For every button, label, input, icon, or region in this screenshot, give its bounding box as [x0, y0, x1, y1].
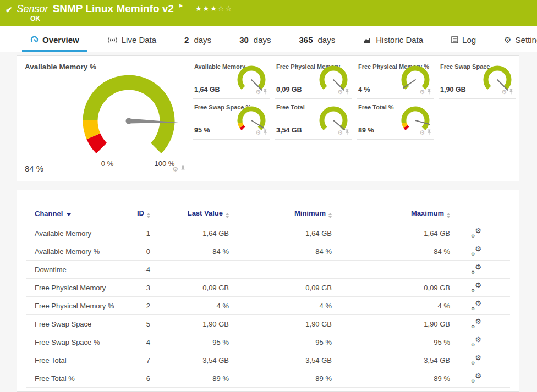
cell-min: 3,54 GB [229, 356, 332, 365]
column-header-maximum[interactable]: Maximum [332, 209, 450, 218]
cell-id: -4 [123, 266, 150, 274]
gauge-settings-gear-icon[interactable]: ⚙ [337, 89, 343, 95]
channel-settings-gears-icon[interactable]: ⚙⚙ [471, 265, 481, 274]
historic-data-icon [363, 36, 372, 43]
tile-actions: ⚙ [172, 164, 185, 174]
channel-settings-gears-icon[interactable]: ⚙⚙ [471, 301, 481, 311]
mini-gauges-grid: Available Memory1,64 GB⚙Free Physical Me… [193, 58, 516, 178]
channel-table-panel: ChannelIDLast ValueMinimumMaximum Availa… [17, 190, 519, 392]
tab-365-days[interactable]: 365days [291, 31, 344, 52]
flag-icon[interactable]: ⚑ [178, 3, 183, 9]
pin-icon[interactable] [427, 87, 431, 97]
tab-live-data[interactable]: Live Data [99, 31, 165, 52]
channel-settings-gears-icon[interactable]: ⚙⚙ [471, 374, 481, 383]
tile-actions: ⚙ [501, 87, 513, 97]
cell-max: 95 % [332, 338, 450, 346]
cell-last: 0,09 GB [150, 284, 229, 292]
tile-actions: ⚙ [255, 128, 267, 137]
tab-day-count: 2 [184, 35, 189, 45]
column-header-label: Last Value [188, 209, 223, 217]
channel-settings-gears-icon[interactable]: ⚙⚙ [471, 247, 481, 256]
gauge-settings-gear-icon[interactable]: ⚙ [419, 130, 425, 136]
page-title: SNMP Linux Meminfo v2 [53, 3, 174, 15]
pin-icon[interactable] [263, 128, 267, 137]
cell-max: 1,90 GB [332, 320, 450, 328]
cell-channel: Free Swap Space % [35, 338, 123, 346]
gauge-settings-gear-icon[interactable]: ⚙ [255, 130, 261, 136]
column-header-label: Minimum [294, 209, 326, 217]
priority-stars[interactable]: ★★★☆☆ [195, 4, 233, 13]
sort-toggle-icon [447, 213, 450, 218]
cell-min: 0,09 GB [229, 284, 332, 292]
table-row: Free Physical Memory %24 %4 %4 %⚙⚙ [26, 297, 510, 315]
sensor-title-line: ✔ Sensor SNMP Linux Meminfo v2 ⚑ ★★★☆☆ [6, 3, 233, 15]
mini-gauge-value: 4 % [358, 86, 370, 93]
tab-label: Overview [42, 35, 79, 45]
column-header-last-value[interactable]: Last Value [150, 209, 229, 218]
pin-icon[interactable] [180, 164, 185, 174]
cell-min: 1,90 GB [229, 320, 332, 328]
tab-log[interactable]: Log [443, 31, 484, 52]
mini-gauge-tile: Available Memory1,64 GB⚙ [193, 58, 270, 99]
cell-channel: Available Memory % [35, 247, 123, 256]
mini-gauge-tile: Free Swap Space1,90 GB⚙ [439, 58, 516, 99]
pin-icon[interactable] [345, 128, 349, 137]
tab-settings[interactable]: ⚙Settings [496, 31, 537, 52]
pin-icon[interactable] [263, 87, 267, 97]
row-actions: ⚙⚙ [450, 283, 510, 292]
tab-overview[interactable]: Overview [22, 31, 87, 52]
column-header-id[interactable]: ID [123, 209, 150, 218]
gauge-settings-gear-icon[interactable]: ⚙ [337, 130, 343, 136]
column-header-minimum[interactable]: Minimum [229, 209, 332, 218]
live-data-icon [107, 36, 118, 44]
tab-2-days[interactable]: 2days [176, 31, 220, 52]
channel-table-body: Available Memory11,64 GB1,64 GB1,64 GB⚙⚙… [26, 224, 510, 388]
channel-settings-gears-icon[interactable]: ⚙⚙ [471, 229, 481, 238]
stars-filled: ★★★ [195, 4, 218, 13]
tile-actions: ⚙ [337, 87, 349, 97]
gauge-settings-gear-icon[interactable]: ⚙ [501, 89, 507, 95]
pin-icon[interactable] [345, 87, 349, 97]
cell-max: 0,09 GB [332, 284, 450, 292]
primary-gauge-title: Available Memory % [25, 63, 96, 71]
channel-settings-gears-icon[interactable]: ⚙⚙ [471, 356, 481, 365]
cell-last: 1,90 GB [150, 320, 229, 328]
channel-table-header: ChannelIDLast ValueMinimumMaximum [26, 190, 510, 224]
cell-id: 4 [123, 338, 150, 346]
cell-last: 4 % [150, 302, 229, 310]
mini-gauge-tile: Free Swap Space %95 %⚙ [193, 99, 270, 140]
table-row: Free Total %689 %89 %89 %⚙⚙ [26, 369, 510, 388]
gauge-settings-gear-icon[interactable]: ⚙ [419, 89, 425, 95]
cell-channel: Free Total % [35, 374, 123, 383]
tab-30-days[interactable]: 30days [231, 31, 279, 52]
table-row: Free Swap Space51,90 GB1,90 GB1,90 GB⚙⚙ [26, 315, 510, 333]
row-actions: ⚙⚙ [450, 319, 510, 329]
cell-channel: Available Memory [35, 229, 123, 238]
mini-gauge-value: 95 % [194, 126, 210, 134]
cell-min: 89 % [229, 374, 332, 383]
cell-channel: Free Physical Memory % [35, 302, 123, 310]
pin-icon[interactable] [509, 87, 513, 97]
column-header-channel[interactable]: Channel [35, 209, 123, 218]
column-header-label: Channel [35, 209, 63, 218]
status-ok-check-icon: ✔ [6, 5, 13, 15]
pin-icon[interactable] [427, 128, 431, 137]
table-row: Available Memory %084 %84 %84 %⚙⚙ [26, 242, 510, 261]
channel-settings-gears-icon[interactable]: ⚙⚙ [471, 283, 481, 292]
tab-historic-data[interactable]: Historic Data [355, 31, 431, 52]
mini-gauge-tile: Free Physical Memory0,09 GB⚙ [275, 58, 352, 99]
tab-day-count: 30 [239, 35, 249, 45]
mini-gauge-title: Free Total % [358, 104, 394, 111]
channel-settings-gears-icon[interactable]: ⚙⚙ [471, 319, 481, 329]
cell-channel: Free Swap Space [35, 320, 123, 328]
tab-label: Live Data [122, 35, 156, 45]
cell-id: 7 [123, 356, 150, 365]
gauge-scale-min-label: 0 % [96, 159, 118, 168]
table-row: Free Physical Memory30,09 GB0,09 GB0,09 … [26, 279, 510, 297]
gauge-settings-gear-icon[interactable]: ⚙ [172, 166, 178, 173]
gauge-settings-gear-icon[interactable]: ⚙ [255, 89, 261, 95]
tile-actions: ⚙ [419, 128, 431, 137]
channel-settings-gears-icon[interactable]: ⚙⚙ [471, 338, 481, 347]
cell-id: 2 [123, 302, 150, 310]
primary-gauge [76, 70, 181, 173]
